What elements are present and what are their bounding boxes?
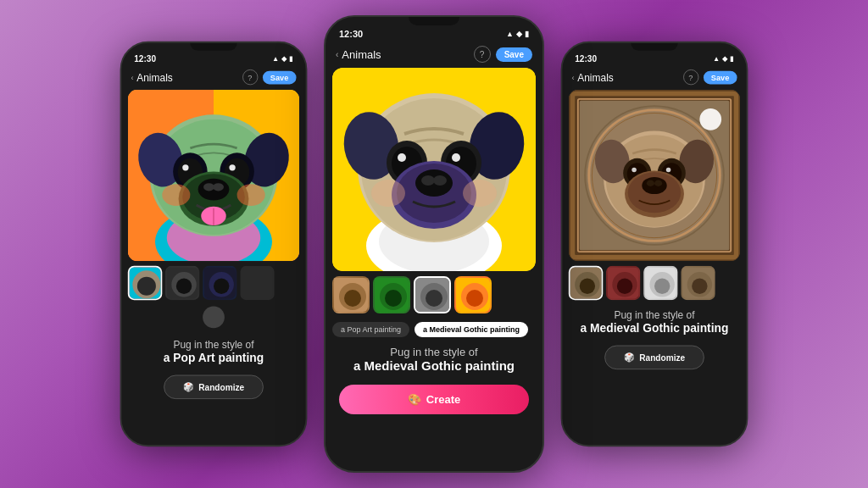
status-icons-2: ▲ ◆ ▮ xyxy=(506,30,529,38)
back-chevron-2[interactable]: ‹ xyxy=(336,50,338,59)
svg-point-44 xyxy=(398,153,406,162)
thumbnail-3-1[interactable] xyxy=(569,266,603,300)
description-area-2: Pug in the style of a Medieval Gothic pa… xyxy=(326,341,542,380)
svg-point-12 xyxy=(182,164,188,170)
phone-notch-3 xyxy=(631,43,677,51)
thumbnails-row-3 xyxy=(562,261,746,305)
create-button[interactable]: 🎨 Create xyxy=(339,385,529,414)
svg-point-89 xyxy=(699,108,721,130)
header-right-2: ? Save xyxy=(474,46,532,63)
desc-style-name-2: a Medieval Gothic painting xyxy=(339,358,529,373)
header-left-1: ‹ Animals xyxy=(131,71,172,83)
create-label: Create xyxy=(426,393,460,406)
pug-yellow-canvas xyxy=(332,68,536,271)
main-image-3 xyxy=(569,90,740,261)
svg-point-88 xyxy=(654,180,662,186)
status-time-2: 12:30 xyxy=(339,29,363,39)
randomize-button-1[interactable]: 🎲 Randomize xyxy=(164,375,264,400)
svg-point-83 xyxy=(666,168,671,173)
header-title-3: Animals xyxy=(577,71,614,83)
main-image-2 xyxy=(332,68,536,271)
phone-1: 12:30 ▲ ◆ ▮ ‹ Animals ? Save xyxy=(120,42,308,446)
main-image-area-3 xyxy=(569,90,740,261)
phone-header-1: ‹ Animals ? Save xyxy=(121,66,305,90)
battery-icon-1: ▮ xyxy=(289,54,293,62)
svg-point-48 xyxy=(415,169,453,197)
header-right-1: ? Save xyxy=(242,69,297,85)
desc-subject-style-1: Pug in the style of xyxy=(134,339,293,351)
svg-point-25 xyxy=(137,277,156,296)
main-image-area-2 xyxy=(332,68,536,271)
desc-subject-style-3: Pug in the style of xyxy=(575,309,734,321)
scroll-indicator-1 xyxy=(203,307,225,329)
save-button-1[interactable]: Save xyxy=(263,70,297,84)
thumbnail-1-3[interactable] xyxy=(203,266,236,300)
signal-icon-3: ◆ xyxy=(722,54,727,62)
svg-point-82 xyxy=(632,168,637,173)
svg-point-87 xyxy=(647,180,654,186)
battery-icon-2: ▮ xyxy=(525,30,529,38)
svg-point-86 xyxy=(642,177,666,194)
randomize-button-3[interactable]: 🎲 Randomize xyxy=(604,346,704,370)
svg-point-64 xyxy=(466,290,483,307)
header-title-1: Animals xyxy=(136,71,173,83)
svg-point-13 xyxy=(229,164,235,170)
style-prefix-2: in the style of xyxy=(413,346,478,358)
style-chip-gothic[interactable]: a Medieval Gothic painting xyxy=(415,322,528,337)
style-chip-popart[interactable]: a Pop Art painting xyxy=(332,322,409,337)
svg-point-16 xyxy=(198,179,230,201)
thumbnail-3-2[interactable] xyxy=(606,266,640,300)
description-area-3: Pug in the style of a Medieval Gothic pa… xyxy=(562,305,746,341)
svg-point-17 xyxy=(203,183,214,191)
randomize-icon-1: 🎲 xyxy=(183,382,194,392)
help-button-2[interactable]: ? xyxy=(474,46,491,63)
pug-popart-canvas xyxy=(128,90,299,261)
header-title-2: Animals xyxy=(342,48,381,61)
main-image-area-1 xyxy=(128,90,299,261)
svg-point-31 xyxy=(214,278,229,293)
desc-subject-style-2: Pug in the style of xyxy=(339,346,529,358)
thumbnail-1-2[interactable] xyxy=(165,266,199,300)
header-right-3: ? Save xyxy=(683,69,737,85)
thumbnails-row-1 xyxy=(121,261,305,305)
subject-label-3: Pug xyxy=(614,309,632,321)
action-area-1: 🎲 Randomize xyxy=(121,370,305,407)
action-area-2: 🎨 Create xyxy=(326,380,542,423)
save-button-2[interactable]: Save xyxy=(496,47,532,62)
wifi-icon-2: ▲ xyxy=(506,30,514,38)
svg-rect-32 xyxy=(242,268,275,301)
thumbnail-2-1[interactable] xyxy=(332,276,370,313)
phone-header-2: ‹ Animals ? Save xyxy=(326,42,542,68)
svg-point-50 xyxy=(433,175,447,186)
thumbnail-3-4[interactable] xyxy=(681,266,715,300)
header-left-2: ‹ Animals xyxy=(336,48,381,61)
thumbnail-3-3[interactable] xyxy=(643,266,677,300)
phone-notch-1 xyxy=(190,43,236,51)
create-icon: 🎨 xyxy=(408,393,421,406)
description-area-1: Pug in the style of a Pop Art painting xyxy=(121,335,305,370)
style-prefix-3: in the style of xyxy=(635,309,694,321)
thumbnail-1-4[interactable] xyxy=(240,266,274,300)
header-left-3: ‹ Animals xyxy=(571,71,613,83)
thumbnail-1-1[interactable] xyxy=(128,266,162,300)
desc-style-name-3: a Medieval Gothic painting xyxy=(575,321,734,335)
action-area-3: 🎲 Randomize xyxy=(562,341,746,377)
thumbnail-2-4[interactable] xyxy=(454,276,492,313)
thumbnail-2-2[interactable] xyxy=(373,276,410,313)
svg-point-95 xyxy=(617,278,632,293)
main-image-1 xyxy=(128,90,299,261)
save-button-3[interactable]: Save xyxy=(704,70,737,84)
wifi-icon-3: ▲ xyxy=(713,54,720,62)
help-button-1[interactable]: ? xyxy=(242,69,258,85)
thumbnail-2-3[interactable] xyxy=(414,276,451,313)
back-chevron-1[interactable]: ‹ xyxy=(131,73,133,81)
battery-icon-3: ▮ xyxy=(730,54,734,62)
subject-label-2: Pug xyxy=(390,346,409,358)
back-chevron-3[interactable]: ‹ xyxy=(571,73,574,81)
svg-point-18 xyxy=(213,183,224,191)
svg-point-92 xyxy=(580,278,595,293)
status-icons-3: ▲ ◆ ▮ xyxy=(713,54,734,62)
style-chips-row-2: a Pop Art painting a Medieval Gothic pai… xyxy=(326,319,542,341)
svg-point-22 xyxy=(237,184,265,206)
help-button-3[interactable]: ? xyxy=(683,69,698,85)
